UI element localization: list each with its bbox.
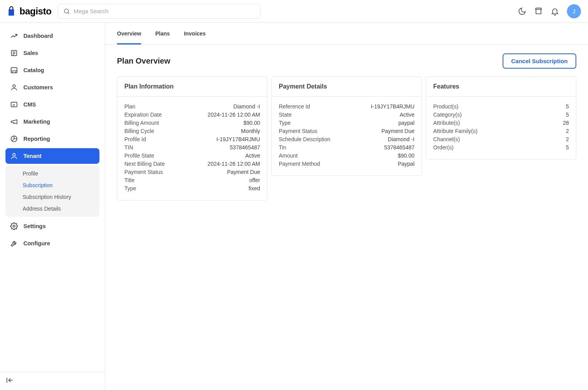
kv-value: Payment Due [227,169,260,175]
kv-label: Channel(s) [433,136,460,142]
kv-label: Category(s) [433,112,462,118]
card-title: Features [426,77,576,97]
tab-plans[interactable]: Plans [155,23,170,44]
bell-icon[interactable] [551,7,559,16]
kv-label: State [279,112,292,118]
sidebar-item-customers[interactable]: Customers [5,80,99,95]
page-header: Plan Overview Cancel Subscription [105,45,588,76]
svg-point-8 [12,72,12,73]
kv-value: Active [245,152,260,159]
kv-row: Payment MethodPaypal [279,160,414,168]
kv-label: Type [279,120,290,126]
sidebar-item-label: Marketing [23,119,50,125]
bag-icon [7,6,16,16]
sidebar-item-cms[interactable]: CMS [5,97,99,112]
kv-row: Attribute(s)28 [433,119,569,127]
card-title: Plan Information [117,77,267,97]
kv-row: Typepaypal [279,119,414,127]
sidebar: Dashboard Sales Catalog Customers CMS Ma… [0,23,105,390]
kv-value: 2024-11-26 12:00 AM [207,112,260,118]
card-plan-information: Plan Information PlanDiamond -IExpiratio… [117,76,267,200]
sidebar-item-configure[interactable]: Configure [5,236,99,251]
sidebar-sub-subscription[interactable]: Subscription [5,179,99,191]
kv-label: TIN [124,144,133,151]
kv-value: paypal [398,120,414,126]
card-body: Reference IdI-19JY17B4RJMUStateActiveTyp… [272,97,422,176]
kv-row: Profile StateActive [124,151,260,160]
kv-value: Monthly [241,128,260,134]
kv-value: fixed [248,185,260,191]
sidebar-item-reporting[interactable]: Reporting [5,131,99,147]
logo[interactable]: bagisto [7,6,51,17]
sidebar-item-label: Configure [23,240,50,246]
kv-label: Attribute(s) [433,120,460,126]
topbar-actions: J [518,4,581,18]
sidebar-item-label: Sales [23,50,38,56]
kv-label: Expiration Date [124,112,162,118]
sidebar-item-settings[interactable]: Settings [5,218,99,234]
kv-value: 28 [563,120,569,126]
tenant-icon [10,152,18,160]
tab-bar: Overview Plans Invoices [105,23,588,45]
kv-value: 2 [566,136,569,142]
sidebar-item-catalog[interactable]: Catalog [5,62,99,78]
kv-value: I-19JY17B4RJMU [371,103,414,110]
search-input[interactable] [58,4,260,19]
kv-label: Payment Method [279,161,320,167]
kv-value: 5 [566,103,569,110]
kv-label: Product(s) [433,103,459,110]
kv-label: Billing Cycle [124,128,154,134]
kv-row: Tin5378465487 [279,143,414,151]
kv-value: Diamond -I [234,103,260,110]
collapse-sidebar-icon[interactable] [5,376,99,385]
marketing-icon [10,118,18,126]
kv-label: Amount [279,152,298,159]
main-content: Overview Plans Invoices Plan Overview Ca… [105,23,588,390]
sidebar-item-sales[interactable]: Sales [5,45,99,61]
card-title: Payment Details [272,77,422,97]
kv-label: Tin [279,144,286,151]
sidebar-item-label: Tenant [23,153,41,159]
tab-invoices[interactable]: Invoices [184,23,206,44]
sidebar-submenu-tenant: Profile Subscription Subscription Histor… [5,165,99,217]
sidebar-item-tenant[interactable]: Tenant [5,148,99,164]
tab-overview[interactable]: Overview [117,23,141,44]
kv-label: Payment Status [279,128,317,134]
kv-value: offer [249,177,260,183]
kv-value: $90.00 [243,120,260,126]
dark-mode-icon[interactable] [518,7,526,16]
kv-row: Typefixed [124,184,260,192]
kv-label: Plan [124,103,135,110]
svg-point-9 [16,72,16,73]
card-features: Features Product(s)5Category(s)5Attribut… [426,76,576,160]
kv-label: Profile Id [124,136,146,142]
kv-label: Payment Status [124,169,163,175]
kv-row: Titleoffer [124,176,260,184]
reporting-icon [10,135,18,143]
avatar[interactable]: J [567,4,581,18]
kv-value: $90.00 [398,152,414,159]
cancel-subscription-button[interactable]: Cancel Subscription [503,53,576,69]
kv-label: Reference Id [279,103,310,110]
svg-line-1 [68,12,69,14]
sidebar-item-marketing[interactable]: Marketing [5,114,99,129]
kv-row: Order(s)5 [433,143,569,151]
sidebar-footer [0,372,105,385]
kv-value: 5 [566,112,569,118]
svg-line-13 [12,139,14,141]
kv-value: 5378465487 [384,144,414,151]
customers-icon [10,83,18,91]
store-icon[interactable] [534,7,543,16]
kv-value: 2024-11-26 12:00 AM [207,161,260,167]
dashboard-icon [10,32,18,40]
configure-icon [10,239,18,247]
kv-row: Expiration Date2024-11-26 12:00 AM [124,110,260,119]
sidebar-item-dashboard[interactable]: Dashboard [5,28,99,44]
sidebar-item-label: Settings [23,223,46,229]
sidebar-sub-subscription-history[interactable]: Subscription History [5,191,99,203]
sidebar-sub-address-details[interactable]: Address Details [5,203,99,214]
kv-row: Amount$90.00 [279,151,414,160]
brand-name: bagisto [19,6,51,17]
sidebar-sub-profile[interactable]: Profile [5,168,99,179]
kv-row: Payment StatusPayment Due [279,127,414,135]
